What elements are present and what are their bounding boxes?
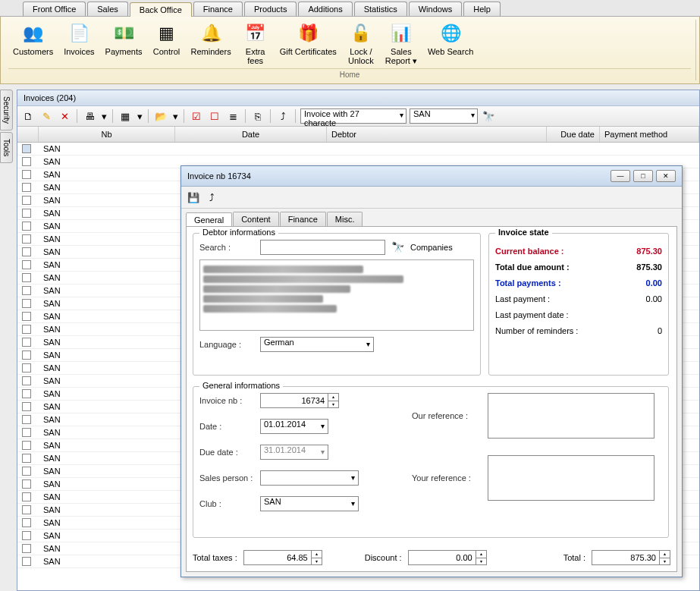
discount-spinner[interactable]: ▴▾ bbox=[476, 550, 487, 565]
row-checkbox[interactable] bbox=[22, 196, 31, 205]
ribbon-gift[interactable]: 🎁Gift Certificates bbox=[275, 20, 341, 67]
folder-icon[interactable]: 📂 bbox=[153, 108, 168, 124]
row-checkbox[interactable] bbox=[22, 157, 31, 166]
language-combo[interactable]: German bbox=[260, 337, 374, 352]
row-checkbox[interactable] bbox=[22, 338, 31, 347]
grid-dropdown-icon[interactable]: ▾ bbox=[136, 108, 143, 124]
row-checkbox[interactable] bbox=[22, 428, 31, 437]
row-checkbox[interactable] bbox=[22, 363, 31, 373]
row-checkbox[interactable] bbox=[22, 454, 31, 463]
filter-club-combo[interactable]: SAN bbox=[410, 108, 478, 124]
row-checkbox[interactable] bbox=[22, 144, 31, 153]
row-checkbox[interactable] bbox=[22, 234, 31, 244]
table-row[interactable]: SAN bbox=[17, 143, 699, 156]
ribbon-extra[interactable]: 📅Extrafees bbox=[237, 20, 274, 67]
row-checkbox[interactable] bbox=[22, 209, 31, 218]
due-date-input[interactable]: 31.01.2014 bbox=[260, 445, 328, 460]
invoice-nb-input[interactable] bbox=[260, 393, 328, 408]
row-checkbox[interactable] bbox=[22, 247, 31, 256]
search-binoculars-icon[interactable]: 🔭 bbox=[391, 241, 404, 253]
menu-tab-back-office[interactable]: Back Office bbox=[130, 2, 192, 17]
row-checkbox[interactable] bbox=[22, 286, 31, 295]
export-icon[interactable]: ⎘ bbox=[250, 108, 265, 124]
print-icon[interactable]: 🖶 bbox=[82, 108, 97, 124]
filter-type-combo[interactable]: Invoice with 27 characte bbox=[300, 108, 407, 124]
menu-tab-front-office[interactable]: Front Office bbox=[23, 2, 86, 16]
invoice-nb-spinner[interactable]: ▴▾ bbox=[328, 393, 339, 408]
search-input[interactable] bbox=[260, 240, 385, 255]
ribbon-web[interactable]: 🌐Web Search bbox=[423, 20, 478, 67]
row-checkbox[interactable] bbox=[22, 222, 31, 231]
ribbon-sales[interactable]: 📊SalesReport ▾ bbox=[381, 20, 422, 67]
menu-tab-windows[interactable]: Windows bbox=[409, 2, 463, 16]
row-checkbox[interactable] bbox=[22, 260, 31, 269]
row-checkbox[interactable] bbox=[22, 351, 31, 360]
print-dropdown-icon[interactable]: ▾ bbox=[100, 108, 108, 124]
row-checkbox[interactable] bbox=[22, 505, 31, 514]
row-checkbox[interactable] bbox=[22, 170, 31, 179]
ribbon-invoices[interactable]: 📄Invoices bbox=[59, 20, 99, 67]
row-checkbox[interactable] bbox=[22, 402, 31, 411]
new-icon[interactable]: 🗋 bbox=[20, 108, 36, 124]
col-pay[interactable]: Payment method bbox=[600, 127, 699, 142]
row-checkbox[interactable] bbox=[22, 492, 31, 501]
binoculars-icon[interactable]: 🔭 bbox=[481, 108, 496, 124]
ribbon-payments[interactable]: 💵Payments bbox=[101, 20, 147, 67]
dialog-tab-content[interactable]: Content bbox=[233, 212, 279, 226]
col-nb[interactable]: Nb bbox=[39, 127, 175, 142]
companies-link[interactable]: Companies bbox=[410, 243, 453, 252]
row-checkbox[interactable] bbox=[22, 544, 31, 553]
our-reference-input[interactable] bbox=[488, 393, 654, 439]
total-input[interactable] bbox=[592, 550, 660, 565]
row-checkbox[interactable] bbox=[22, 376, 31, 385]
row-checkbox[interactable] bbox=[22, 325, 31, 334]
row-checkbox[interactable] bbox=[22, 531, 31, 540]
row-checkbox[interactable] bbox=[22, 312, 31, 321]
grid-icon[interactable]: ▦ bbox=[118, 108, 133, 124]
row-checkbox[interactable] bbox=[22, 299, 31, 308]
check-all-icon[interactable]: ☑ bbox=[189, 108, 204, 124]
row-checkbox[interactable] bbox=[22, 183, 31, 192]
total-taxes-input[interactable] bbox=[243, 550, 312, 565]
side-tab-tools[interactable]: Tools bbox=[0, 132, 13, 163]
ribbon-customers[interactable]: 👥Customers bbox=[8, 20, 58, 67]
taxes-spinner[interactable]: ▴▾ bbox=[312, 550, 322, 565]
menu-tab-help[interactable]: Help bbox=[463, 2, 501, 16]
discount-input[interactable] bbox=[408, 550, 476, 565]
edit-icon[interactable]: ✎ bbox=[39, 108, 54, 124]
list-icon[interactable]: ≣ bbox=[225, 108, 240, 124]
folder-dropdown-icon[interactable]: ▾ bbox=[171, 108, 179, 124]
dialog-tab-misc[interactable]: Misc. bbox=[327, 212, 363, 226]
row-checkbox[interactable] bbox=[22, 441, 31, 450]
row-checkbox[interactable] bbox=[22, 557, 31, 566]
ribbon-control[interactable]: ▦Control bbox=[148, 20, 184, 67]
sales-person-combo[interactable] bbox=[260, 470, 359, 486]
your-reference-input[interactable] bbox=[488, 455, 654, 501]
dialog-tab-finance[interactable]: Finance bbox=[280, 212, 326, 226]
exit-icon[interactable]: ⤴ bbox=[275, 108, 290, 124]
uncheck-all-icon[interactable]: ☐ bbox=[207, 108, 222, 124]
row-checkbox[interactable] bbox=[22, 415, 31, 424]
save-icon[interactable]: 💾 bbox=[186, 190, 201, 205]
col-debtor[interactable]: Debtor bbox=[327, 127, 547, 142]
close-exit-icon[interactable]: ⤴ bbox=[204, 190, 219, 205]
total-spinner[interactable]: ▴▾ bbox=[660, 550, 670, 565]
ribbon-reminders[interactable]: 🔔Reminders bbox=[186, 20, 235, 67]
row-checkbox[interactable] bbox=[22, 467, 31, 476]
ribbon-lock[interactable]: 🔓Lock /Unlock bbox=[343, 20, 379, 67]
dialog-titlebar[interactable]: Invoice nb 16734 — □ ✕ bbox=[181, 166, 682, 187]
maximize-icon[interactable]: □ bbox=[633, 170, 653, 182]
row-checkbox[interactable] bbox=[22, 389, 31, 398]
menu-tab-products[interactable]: Products bbox=[244, 2, 297, 16]
club-combo[interactable]: SAN bbox=[260, 496, 359, 511]
menu-tab-finance[interactable]: Finance bbox=[193, 2, 243, 16]
col-date[interactable]: Date bbox=[175, 127, 327, 142]
row-checkbox[interactable] bbox=[22, 518, 31, 527]
row-checkbox[interactable] bbox=[22, 479, 31, 489]
side-tab-security[interactable]: Security bbox=[0, 90, 13, 130]
menu-tab-statistics[interactable]: Statistics bbox=[354, 2, 407, 16]
col-due[interactable]: Due date bbox=[547, 127, 600, 142]
date-input[interactable]: 01.01.2014 bbox=[260, 419, 328, 434]
menu-tab-sales[interactable]: Sales bbox=[87, 2, 128, 16]
delete-icon[interactable]: ✕ bbox=[57, 108, 72, 124]
